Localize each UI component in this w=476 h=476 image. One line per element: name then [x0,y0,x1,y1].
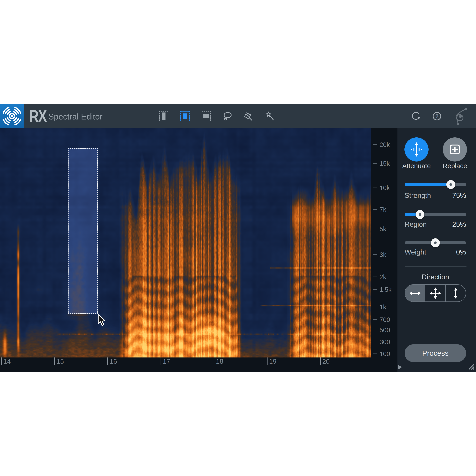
time-selection-icon [162,113,166,120]
weight-row: Weight 0% [405,248,466,256]
time-selection-tool-button[interactable] [159,111,168,121]
time-tick-label: 17 [163,358,170,365]
replace-mode-button[interactable] [443,137,467,162]
time-tick [267,357,268,365]
frequency-tick-label: 15k [379,160,390,167]
frequency-tick-label: 10k [379,185,390,191]
help-icon: ? [432,111,442,121]
time-tick [54,357,55,365]
strength-value: 75% [452,191,466,200]
attenuate-mode-button[interactable] [405,137,428,162]
replace-icon [447,141,463,157]
help-button[interactable]: ? [432,111,442,121]
vertical-arrows-icon [452,287,460,299]
direction-both-button[interactable] [425,285,445,302]
repair-panel: Attenuate Replace Strength 75% Region 25… [397,128,476,372]
time-axis: 14151617181920 [0,357,371,372]
magic-wand-icon [265,111,275,121]
time-tick-label: 18 [216,358,223,365]
time-tick [107,357,108,365]
time-tick [161,357,161,365]
time-tick-label: 14 [3,358,11,365]
direction-title: Direction [405,273,466,281]
frequency-tick [373,187,377,188]
attenuate-icon [408,141,425,157]
direction-vertical-button[interactable] [445,285,466,302]
region-value: 25% [452,221,466,228]
frequency-tick [373,319,377,320]
time-tick-label: 16 [110,358,117,365]
selection-rectangle[interactable] [68,148,98,314]
history-undo-icon [411,111,421,121]
strength-slider [405,180,466,189]
lasso-icon [223,111,232,121]
frequency-tick-label: 5k [379,226,386,232]
frequency-tick-label: 20k [379,141,390,148]
time-tick-label: 15 [56,358,64,365]
frequency-tick [373,209,377,210]
replace-label: Replace [436,162,474,170]
signature-squiggle-icon [454,106,468,126]
region-slider-knob[interactable] [416,210,425,219]
horizontal-arrows-icon [408,289,422,298]
frequency-tick-label: 700 [379,317,390,323]
attenuate-label: Attenuate [397,162,436,170]
strength-slider-knob[interactable] [446,180,455,189]
frequency-axis: 20k15k10k7k5k3k2k1.5k1k700500300100 [371,128,397,372]
direction-segmented-control [405,284,466,302]
frequency-selection-tool-button[interactable] [202,111,211,121]
svg-text:?: ? [435,113,439,119]
spectrogram-canvas[interactable] [0,128,371,357]
frequency-tick-label: 3k [379,252,386,258]
brush-icon [244,111,254,121]
frequency-tick [373,254,377,255]
frequency-tick-label: 1.5k [379,286,391,293]
direction-horizontal-button[interactable] [405,285,425,302]
mouse-cursor [97,313,107,327]
weight-slider [405,238,466,248]
frequency-tick-label: 1k [379,304,386,310]
brand-title: RX [29,104,46,128]
history-button[interactable] [411,111,421,121]
frequency-tick [373,163,377,164]
strength-slider-fill [405,183,451,186]
weight-value: 0% [456,248,466,256]
frequency-tick-label: 100 [379,351,390,357]
time-tick [214,357,214,365]
izotope-ripple-icon [0,104,24,128]
brush-tool-button[interactable] [244,111,254,121]
frequency-tick-label: 500 [379,327,390,333]
strength-label: Strength [405,191,431,200]
region-label: Region [405,221,427,228]
panel-collapse-arrow-icon[interactable] [398,365,402,370]
region-slider [405,210,466,219]
frequency-tick [373,342,377,342]
frequency-selection-icon [203,114,209,118]
lasso-tool-button[interactable] [223,111,232,121]
four-way-arrows-icon [429,287,442,299]
app-window: RX Spectral Editor [0,104,476,372]
region-row: Region 25% [405,221,466,228]
time-tick-label: 19 [269,358,276,365]
process-button-label: Process [422,349,449,357]
frequency-tick-label: 300 [379,339,390,345]
magic-wand-tool-button[interactable] [265,111,275,121]
frequency-tick [373,144,377,145]
time-tick-label: 20 [322,358,330,365]
weight-slider-knob[interactable] [431,238,440,247]
frequency-tick [373,330,377,330]
top-bar: RX Spectral Editor [0,104,476,128]
weight-label: Weight [405,248,426,256]
frequency-tick [373,229,377,229]
frequency-tick [373,276,377,277]
page-title: Spectral Editor [48,104,102,128]
frequency-tick [373,289,377,290]
signature-button[interactable] [454,106,468,126]
section-divider [405,266,466,267]
time-frequency-selection-icon [183,113,187,119]
time-frequency-selection-tool-button[interactable] [180,111,190,121]
frequency-tick-label: 2k [379,274,386,280]
process-button[interactable]: Process [405,344,466,362]
resize-grip-icon[interactable] [467,363,475,370]
frequency-tick [373,354,377,354]
